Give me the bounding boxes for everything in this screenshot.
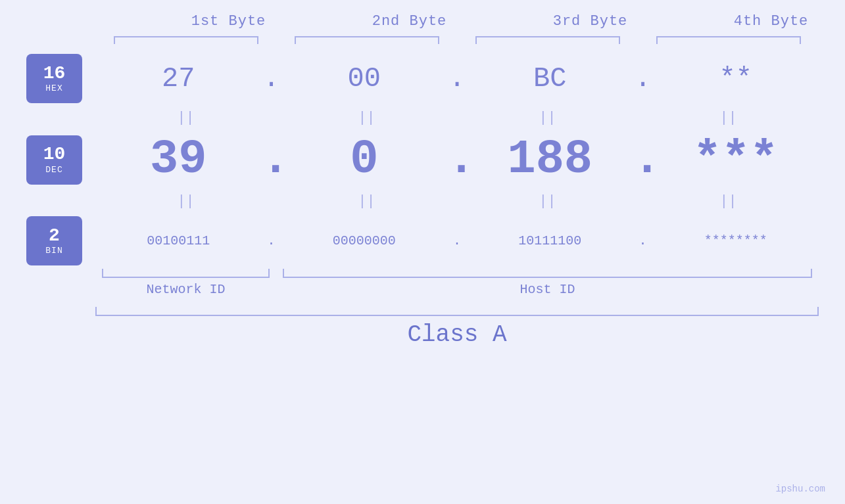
byte-headers: 1st Byte 2nd Byte 3rd Byte 4th Byte bbox=[69, 13, 845, 30]
dec-badge: 10 DEC bbox=[26, 135, 82, 185]
top-bracket-row bbox=[26, 36, 819, 44]
host-bracket-wrap bbox=[276, 269, 819, 278]
watermark: ipshu.com bbox=[775, 484, 825, 494]
dec-row: 10 DEC 39 . 0 . 188 . *** bbox=[26, 133, 819, 187]
equals-row-1: || || || || bbox=[26, 107, 819, 129]
hex-dot-2: . bbox=[447, 63, 467, 95]
hex-badge-label: HEX bbox=[45, 83, 62, 93]
hex-val-4: ** bbox=[653, 63, 819, 95]
eq-4: || bbox=[638, 107, 819, 129]
host-bracket bbox=[283, 269, 812, 278]
bracket-1 bbox=[95, 36, 276, 44]
bin-dot-3: . bbox=[633, 233, 653, 248]
hex-dot-3: . bbox=[633, 63, 653, 95]
eq-1: || bbox=[95, 107, 276, 129]
byte-header-4: 4th Byte bbox=[681, 13, 845, 30]
bracket-top-3 bbox=[475, 36, 620, 44]
dec-val-1: 39 bbox=[95, 133, 262, 187]
full-bottom-bracket bbox=[95, 307, 819, 316]
dec-values: 39 . 0 . 188 . *** bbox=[95, 133, 819, 187]
dec-badge-label: DEC bbox=[45, 165, 62, 175]
bin-val-1: 00100111 bbox=[95, 233, 262, 248]
bin-row: 2 BIN 00100111 . 00000000 . 10111100 . *… bbox=[26, 216, 819, 265]
hex-val-2: 00 bbox=[281, 63, 448, 95]
net-bracket bbox=[102, 269, 270, 278]
byte-header-1: 1st Byte bbox=[138, 13, 319, 30]
id-brackets-row bbox=[95, 269, 819, 278]
hex-badge: 16 HEX bbox=[26, 54, 82, 103]
dec-val-4: *** bbox=[653, 133, 819, 187]
bracket-top-2 bbox=[295, 36, 439, 44]
hex-row: 16 HEX 27 . 00 . BC . ** bbox=[26, 54, 819, 103]
bin-values: 00100111 . 00000000 . 10111100 . *******… bbox=[95, 233, 819, 248]
equals-row-2: || || || || bbox=[26, 191, 819, 212]
id-labels-row: Network ID Host ID bbox=[95, 282, 819, 297]
eq2-1: || bbox=[95, 191, 276, 212]
bin-badge: 2 BIN bbox=[26, 216, 82, 265]
bracket-4 bbox=[638, 36, 819, 44]
host-id-label: Host ID bbox=[276, 282, 819, 297]
main-container: 1st Byte 2nd Byte 3rd Byte 4th Byte 16 H… bbox=[0, 0, 845, 504]
bracket-3 bbox=[457, 36, 638, 44]
class-row: Class A bbox=[95, 321, 819, 348]
bin-val-2: 00000000 bbox=[281, 233, 448, 248]
eq2-3: || bbox=[457, 191, 638, 212]
hex-val-1: 27 bbox=[95, 63, 262, 95]
dec-val-3: 188 bbox=[467, 133, 633, 187]
hex-badge-num: 16 bbox=[43, 64, 66, 84]
eq2-4: || bbox=[638, 191, 819, 212]
byte-header-3: 3rd Byte bbox=[500, 13, 681, 30]
bin-dot-1: . bbox=[262, 233, 281, 248]
dec-badge-num: 10 bbox=[43, 145, 66, 165]
bin-badge-label: BIN bbox=[45, 246, 62, 256]
dec-dot-2: . bbox=[447, 133, 467, 187]
bin-val-3: 10111100 bbox=[467, 233, 633, 248]
eq-2: || bbox=[276, 107, 457, 129]
eq-3: || bbox=[457, 107, 638, 129]
dec-dot-1: . bbox=[262, 133, 281, 187]
net-bracket-wrap bbox=[95, 269, 276, 278]
class-label: Class A bbox=[407, 321, 506, 348]
network-id-label: Network ID bbox=[95, 282, 276, 297]
bottom-section: Network ID Host ID Class A bbox=[26, 269, 819, 348]
eq2-2: || bbox=[276, 191, 457, 212]
bracket-top-4 bbox=[656, 36, 801, 44]
hex-val-3: BC bbox=[467, 63, 633, 95]
byte-header-2: 2nd Byte bbox=[319, 13, 500, 30]
bin-val-4: ******** bbox=[653, 233, 819, 248]
bottom-inner: Network ID Host ID Class A bbox=[95, 269, 819, 348]
bracket-top-1 bbox=[114, 36, 258, 44]
bin-badge-num: 2 bbox=[49, 226, 60, 246]
bracket-2 bbox=[276, 36, 457, 44]
hex-dot-1: . bbox=[262, 63, 281, 95]
hex-values: 27 . 00 . BC . ** bbox=[95, 63, 819, 95]
dec-val-2: 0 bbox=[281, 133, 448, 187]
bin-dot-2: . bbox=[447, 233, 467, 248]
dec-dot-3: . bbox=[633, 133, 653, 187]
